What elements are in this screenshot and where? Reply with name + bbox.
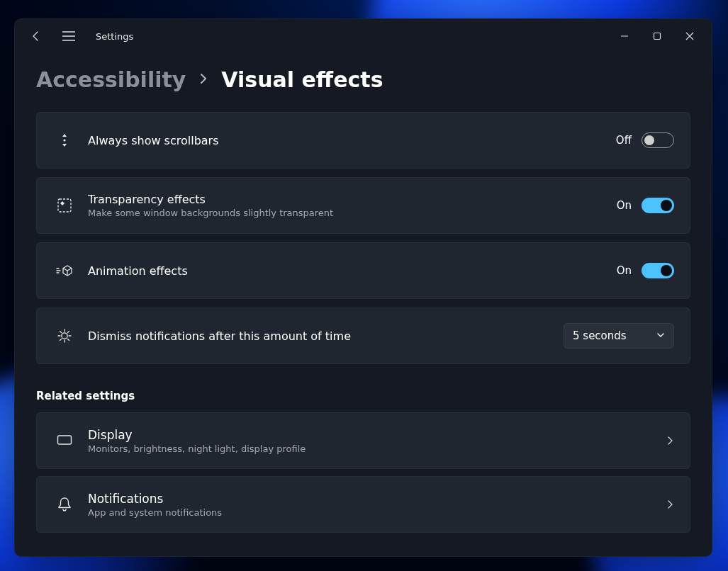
animation-icon bbox=[52, 264, 77, 277]
toggle-value-label: On bbox=[617, 199, 632, 212]
settings-window: Settings Accessibility Visual effects bbox=[14, 18, 712, 557]
breadcrumb-parent[interactable]: Accessibility bbox=[36, 67, 186, 92]
animation-toggle[interactable] bbox=[642, 263, 674, 278]
chevron-right-icon bbox=[198, 73, 208, 86]
navcard-title: Display bbox=[88, 428, 666, 442]
toggle-value-label: On bbox=[617, 264, 632, 277]
titlebar: Settings bbox=[15, 19, 712, 53]
related-display[interactable]: Display Monitors, brightness, night ligh… bbox=[36, 412, 690, 469]
content-area: Accessibility Visual effects Always show… bbox=[15, 53, 712, 556]
breadcrumb: Accessibility Visual effects bbox=[36, 67, 690, 92]
setting-subtitle: Make some window backgrounds slightly tr… bbox=[88, 208, 617, 218]
display-icon bbox=[52, 434, 77, 447]
close-button[interactable] bbox=[673, 24, 706, 48]
setting-title: Transparency effects bbox=[88, 193, 617, 206]
scrollbars-icon bbox=[52, 132, 77, 149]
page-title: Visual effects bbox=[221, 67, 383, 92]
svg-point-3 bbox=[62, 333, 67, 339]
app-title: Settings bbox=[96, 31, 133, 42]
related-notifications[interactable]: Notifications App and system notificatio… bbox=[36, 476, 690, 533]
notifications-icon bbox=[52, 497, 77, 512]
svg-rect-0 bbox=[654, 33, 661, 40]
dismiss-icon bbox=[52, 327, 77, 344]
chevron-right-icon bbox=[666, 498, 674, 511]
maximize-button[interactable] bbox=[641, 24, 673, 48]
toggle-value-label: Off bbox=[616, 134, 632, 147]
svg-rect-4 bbox=[58, 436, 72, 444]
setting-dismiss-notifications: Dismiss notifications after this amount … bbox=[36, 307, 690, 364]
setting-title: Always show scrollbars bbox=[88, 134, 616, 147]
chevron-down-icon bbox=[656, 329, 665, 342]
hamburger-button[interactable] bbox=[55, 22, 83, 50]
svg-point-1 bbox=[63, 139, 65, 141]
minimize-button[interactable] bbox=[608, 24, 641, 48]
transparency-toggle[interactable] bbox=[642, 198, 674, 213]
setting-transparency: Transparency effects Make some window ba… bbox=[36, 177, 690, 234]
scrollbars-toggle[interactable] bbox=[642, 132, 674, 148]
chevron-right-icon bbox=[666, 434, 674, 448]
dismiss-duration-select[interactable]: 5 seconds bbox=[564, 323, 674, 349]
transparency-icon bbox=[52, 198, 77, 213]
setting-title: Dismiss notifications after this amount … bbox=[88, 329, 564, 343]
setting-animation: Animation effects On bbox=[36, 242, 690, 299]
setting-title: Animation effects bbox=[88, 264, 617, 278]
select-value: 5 seconds bbox=[573, 329, 627, 342]
svg-rect-2 bbox=[58, 199, 71, 212]
setting-scrollbars: Always show scrollbars Off bbox=[36, 112, 690, 169]
back-button[interactable] bbox=[22, 22, 50, 50]
navcard-subtitle: Monitors, brightness, night light, displ… bbox=[88, 443, 666, 454]
related-settings-heading: Related settings bbox=[36, 390, 690, 402]
navcard-subtitle: App and system notifications bbox=[88, 507, 666, 518]
navcard-title: Notifications bbox=[88, 492, 666, 506]
